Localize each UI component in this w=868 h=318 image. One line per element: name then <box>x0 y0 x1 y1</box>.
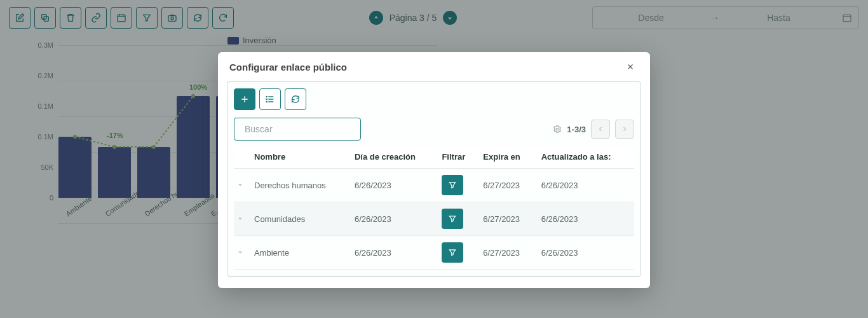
cell-created: 6/26/2023 <box>349 169 437 202</box>
links-panel: 1-3/3 Nombre Día de c <box>227 81 641 277</box>
chevron-down-icon <box>236 249 244 256</box>
panel-refresh-button[interactable] <box>285 88 306 110</box>
search-row: 1-3/3 <box>234 118 634 141</box>
plus-icon <box>240 94 250 104</box>
svg-point-12 <box>266 101 267 102</box>
table-prev-button[interactable] <box>591 120 610 139</box>
svg-point-14 <box>557 128 559 130</box>
modal-title: Configurar enlace público <box>229 62 347 73</box>
list-icon <box>265 94 275 104</box>
chevron-left-icon <box>597 125 604 133</box>
table-next-button[interactable] <box>615 120 634 139</box>
cell-updated: 6/26/2023 <box>536 236 634 270</box>
row-expander[interactable] <box>234 202 249 236</box>
table-row: Ambiente 6/26/2023 6/27/2023 6/26/2023 <box>234 236 634 270</box>
chevron-right-icon <box>621 125 628 133</box>
filter-icon <box>448 214 457 223</box>
filter-icon <box>448 248 457 257</box>
cell-created: 6/26/2023 <box>349 236 437 270</box>
panel-toolbar <box>234 88 634 110</box>
public-link-modal: Configurar enlace público <box>218 52 650 288</box>
cell-name: Ambiente <box>249 236 349 270</box>
cell-expires: 6/27/2023 <box>478 236 536 270</box>
row-filter-button[interactable] <box>442 209 463 229</box>
gear-icon[interactable] <box>553 125 562 134</box>
chevron-down-icon <box>236 215 244 223</box>
col-filter[interactable]: Filtrar <box>437 146 478 169</box>
cell-expires: 6/27/2023 <box>478 169 536 202</box>
links-table: Nombre Día de creación Filtrar Expira en… <box>234 146 634 270</box>
col-name[interactable]: Nombre <box>249 146 349 169</box>
row-expander[interactable] <box>234 236 249 270</box>
table-row: Comunidades 6/26/2023 6/27/2023 6/26/202… <box>234 202 634 236</box>
row-filter-button[interactable] <box>442 242 463 263</box>
refresh-icon <box>290 94 301 104</box>
modal-body: 1-3/3 Nombre Día de c <box>218 81 650 288</box>
page-info: 1-3/3 <box>567 125 586 134</box>
add-button[interactable] <box>234 88 255 110</box>
filter-icon <box>448 181 457 190</box>
cell-updated: 6/26/2023 <box>536 202 634 236</box>
search-input[interactable] <box>243 123 357 135</box>
cell-filter <box>437 169 478 202</box>
col-created[interactable]: Día de creación <box>349 146 437 169</box>
modal-header: Configurar enlace público <box>218 52 650 81</box>
cell-name: Comunidades <box>249 202 349 236</box>
modal-overlay[interactable]: Configurar enlace público <box>0 0 868 318</box>
table-row: Derechos humanos 6/26/2023 6/27/2023 6/2… <box>234 169 634 202</box>
svg-point-10 <box>266 96 267 97</box>
table-pager: 1-3/3 <box>553 120 634 139</box>
svg-point-11 <box>266 99 267 99</box>
cell-filter <box>437 202 478 236</box>
cell-name: Derechos humanos <box>249 169 349 202</box>
cell-filter <box>437 236 478 270</box>
close-icon <box>626 62 635 71</box>
search-box <box>234 118 361 141</box>
cell-expires: 6/27/2023 <box>478 202 536 236</box>
chevron-down-icon <box>236 181 244 189</box>
close-button[interactable] <box>622 61 639 73</box>
col-updated[interactable]: Actualizado a las: <box>536 146 634 169</box>
list-button[interactable] <box>259 88 281 110</box>
row-filter-button[interactable] <box>442 175 463 195</box>
col-expires[interactable]: Expira en <box>478 146 536 169</box>
cell-created: 6/26/2023 <box>349 202 437 236</box>
cell-updated: 6/26/2023 <box>536 169 634 202</box>
row-expander[interactable] <box>234 169 249 202</box>
